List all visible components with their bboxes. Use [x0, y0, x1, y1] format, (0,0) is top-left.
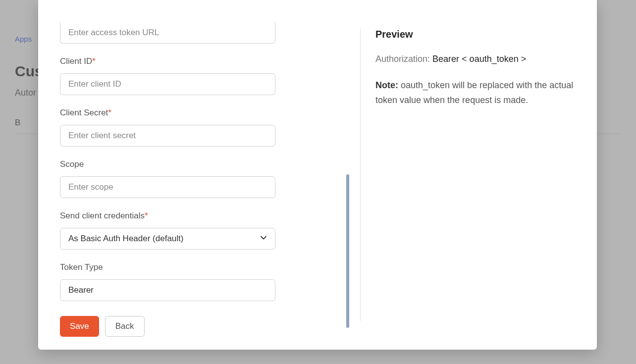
scope-input[interactable] [60, 176, 275, 198]
form-pane: Enter access token URL Client ID* Client… [38, 0, 360, 350]
access-token-url-input[interactable]: Enter access token URL [60, 22, 275, 44]
client-id-input[interactable] [60, 73, 275, 95]
client-secret-label: Client Secret* [60, 108, 338, 118]
token-type-input[interactable] [60, 279, 275, 301]
preview-auth-value: Bearer < oauth_token > [432, 54, 526, 64]
save-button[interactable]: Save [60, 316, 99, 337]
scope-label: Scope [60, 159, 338, 169]
client-id-label: Client ID* [60, 56, 338, 66]
access-token-url-placeholder: Enter access token URL [68, 28, 159, 38]
preview-heading: Preview [375, 29, 577, 40]
preview-auth-label: Authorization: [375, 54, 432, 64]
auth-config-modal: Enter access token URL Client ID* Client… [38, 0, 597, 350]
preview-pane: Preview Authorization: Bearer < oauth_to… [361, 0, 597, 350]
preview-note-prefix: Note: [375, 80, 398, 90]
token-type-label: Token Type [60, 262, 338, 272]
preview-authorization-line: Authorization: Bearer < oauth_token > [375, 54, 577, 64]
send-credentials-select[interactable] [60, 228, 275, 250]
preview-note-body: oauth_token will be replaced with the ac… [375, 80, 573, 105]
scrollbar-thumb[interactable] [346, 174, 349, 328]
preview-note: Note: oauth_token will be replaced with … [375, 78, 577, 107]
client-secret-input[interactable] [60, 125, 275, 147]
back-button[interactable]: Back [105, 316, 145, 337]
send-credentials-label: Send client credentials* [60, 211, 338, 221]
